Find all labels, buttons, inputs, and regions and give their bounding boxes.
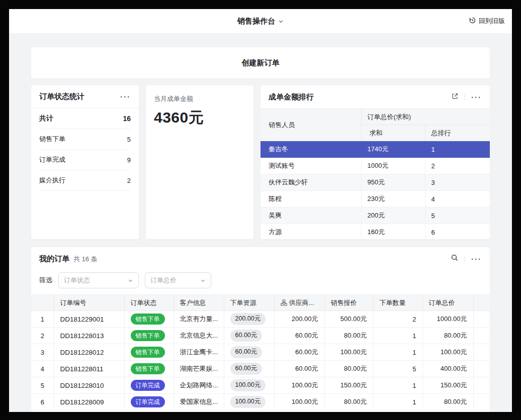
order-row[interactable]: 2DD181228013销售下单北京信息大...60.00元60.00元80.0… [31, 328, 490, 344]
quantity-cell: 5 [373, 361, 422, 377]
ranking-rank-cell: 2 [425, 158, 490, 174]
order-index-cell: 3 [31, 344, 54, 361]
resource-tag: 100.00元 [230, 379, 266, 391]
order-index-cell: 1 [31, 311, 54, 328]
search-icon[interactable] [451, 254, 459, 264]
create-order-button[interactable]: 创建新订单 [31, 47, 490, 78]
orders-column-header-blank [31, 295, 54, 311]
ranking-row[interactable]: 方源160元6 [260, 224, 490, 240]
order-total-cell: 150.00元 [422, 377, 473, 394]
ranking-column-sum: 求和 [361, 125, 425, 141]
order-no-cell: DD181229001 [54, 311, 124, 328]
status-row[interactable]: 共计16 [39, 109, 131, 129]
orders-column-header[interactable]: 订单编号 [54, 295, 124, 311]
more-menu-icon[interactable]: ··· [471, 93, 482, 101]
order-total-filter[interactable]: 订单总价 [145, 272, 211, 288]
status-pill: 订单完成 [131, 380, 165, 391]
ranking-row[interactable]: 陈程230元4 [260, 191, 490, 207]
ranking-sum-cell: 230元 [361, 191, 425, 207]
trailing-cell [473, 377, 490, 394]
resource-cell: 100.00元 [224, 394, 274, 410]
sales-quote-cell: 150.00元 [324, 377, 373, 394]
quantity-cell: 2 [373, 311, 422, 328]
more-menu-icon[interactable]: ··· [471, 255, 482, 263]
order-status-filter-placeholder: 订单状态 [64, 276, 90, 285]
ranking-sum-cell: 160元 [361, 224, 425, 240]
filter-label: 筛选 [39, 276, 52, 285]
customer-cell: 北京信息大... [173, 328, 224, 344]
ranking-name-cell: 吴爽 [260, 207, 361, 224]
orders-column-header[interactable]: 订单总价 [422, 295, 473, 311]
order-status-card-title: 订单状态统计 [39, 92, 84, 101]
status-row-label: 订单完成 [39, 155, 65, 164]
orders-column-header[interactable]: 下单数量 [373, 295, 422, 311]
ranking-row[interactable]: 吴爽200元5 [260, 207, 490, 224]
page-title-dropdown[interactable]: 销售操作台 [237, 9, 284, 33]
status-pill: 销售下单 [131, 330, 165, 342]
order-row[interactable]: 6DD181228009订单完成爱国家信息...100.00元100.00元80… [31, 394, 490, 410]
order-row[interactable]: 5DD181228010订单完成企划路网络...100.00元100.00元15… [31, 377, 490, 394]
order-total-cell: 80.00元 [422, 394, 473, 410]
resource-tag: 60.00元 [230, 346, 263, 358]
ranking-name-cell: 测试账号 [260, 158, 361, 174]
create-order-label: 创建新订单 [242, 58, 280, 68]
supplier-price-cell: 200.00元 [274, 311, 324, 328]
resource-tag: 60.00元 [230, 330, 263, 342]
order-row[interactable]: 1DD181229001销售下单北京有力量...200.00元200.00元50… [31, 311, 490, 328]
status-pill: 销售下单 [131, 347, 165, 358]
status-row-label: 共计 [39, 114, 53, 123]
quantity-cell: 1 [373, 377, 422, 394]
ranking-row[interactable]: 伙伴云魏少轩950元3 [260, 174, 490, 191]
orders-column-label: 订单总价 [429, 299, 455, 306]
status-row[interactable]: 销售下单5 [39, 129, 131, 150]
my-orders-title: 我的订单 [39, 254, 69, 264]
ranking-row[interactable]: 秦吉冬1740元1 [260, 141, 490, 158]
ranking-row[interactable]: 测试账号1000元2 [260, 158, 490, 174]
order-total-cell: 80.00元 [422, 328, 473, 344]
dashboard-content: 创建新订单 订单状态统计 ··· 共计16销售下单5订单完成9媒介执行2 当月成… [9, 33, 512, 412]
quantity-cell: 1 [373, 328, 422, 344]
ranking-table-body: 秦吉冬1740元1测试账号1000元2伙伴云魏少轩950元3陈程230元4吴爽2… [260, 141, 490, 240]
trailing-cell [473, 394, 490, 410]
order-status-cell: 销售下单 [124, 344, 173, 361]
filter-row: 筛选 订单状态 订单总价 [31, 270, 490, 294]
status-list: 共计16销售下单5订单完成9媒介执行2 [31, 109, 139, 191]
topbar: 销售操作台 回到旧版 [9, 9, 512, 33]
back-to-old-button[interactable]: 回到旧版 [469, 9, 505, 33]
chevron-down-icon [200, 278, 206, 283]
order-no-cell: DD181228009 [54, 394, 124, 410]
resource-cell: 60.00元 [224, 344, 274, 361]
resource-cell: 200.00元 [224, 311, 274, 328]
orders-column-header[interactable]: 客户信息 [173, 295, 224, 311]
ranking-column-person: 销售人员 [260, 109, 361, 141]
ranking-rank-cell: 6 [425, 224, 490, 240]
order-row[interactable]: 4DD181228011销售下单湖南芒果娱...60.00元60.00元80.0… [31, 361, 490, 377]
orders-column-header[interactable]: 销售报价 [324, 295, 373, 311]
resource-cell: 60.00元 [224, 328, 274, 344]
trailing-cell [473, 344, 490, 361]
order-row[interactable]: 3DD181228012销售下单浙江金鹰卡...60.00元60.00元100.… [31, 344, 490, 361]
history-icon [469, 17, 476, 26]
status-row-label: 媒介执行 [39, 176, 65, 185]
order-status-filter[interactable]: 订单状态 [58, 272, 139, 288]
status-row[interactable]: 媒介执行2 [39, 170, 131, 191]
status-row[interactable]: 订单完成9 [39, 150, 131, 170]
ranking-sum-cell: 1000元 [361, 158, 425, 174]
status-pill: 销售下单 [131, 363, 165, 375]
ranking-name-cell: 方源 [260, 224, 361, 240]
orders-column-label: 销售报价 [331, 299, 357, 306]
more-menu-icon[interactable]: ··· [120, 93, 131, 100]
status-row-value: 16 [123, 115, 131, 123]
ranking-name-cell: 秦吉冬 [260, 141, 361, 158]
order-total-cell: 400.00元 [422, 361, 473, 377]
customer-cell: 浙江金鹰卡... [173, 344, 224, 361]
order-status-card: 订单状态统计 ··· 共计16销售下单5订单完成9媒介执行2 [31, 85, 139, 239]
status-row-value: 9 [127, 156, 131, 164]
orders-column-header[interactable]: 供应商... [274, 295, 324, 311]
orders-column-header[interactable]: 订单状态 [124, 295, 173, 311]
orders-column-header[interactable]: 下单资源 [224, 295, 274, 311]
export-icon[interactable] [451, 92, 459, 102]
orders-column-label: 下单资源 [230, 299, 256, 306]
orders-head-row: 订单编号订单状态客户信息下单资源供应商...销售报价下单数量订单总价 [31, 295, 490, 311]
orders-column-label: 供应商... [289, 299, 314, 306]
